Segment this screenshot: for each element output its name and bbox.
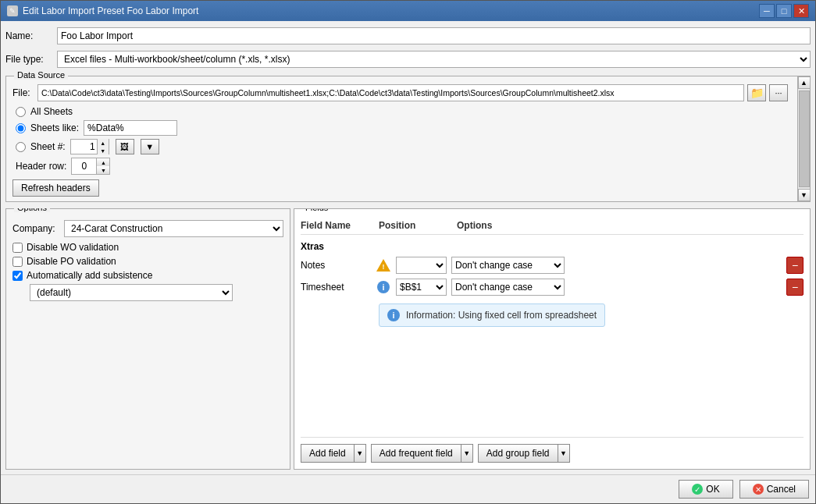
title-bar: ✎ Edit Labor Import Preset Foo Labor Imp… xyxy=(1,1,815,21)
subsistence-select[interactable]: (default) xyxy=(30,284,233,301)
add-field-button[interactable]: Add field xyxy=(301,444,354,463)
ok-icon: ✓ xyxy=(692,484,703,495)
col-options: Options xyxy=(457,220,804,231)
filetype-row: File type: Excel files - Multi-workbook/… xyxy=(5,49,811,69)
sheet-num-row: Sheet #: 1 ▲ ▼ 🖼 ▼ xyxy=(12,139,788,154)
add-group-dropdown-button[interactable]: ▼ xyxy=(558,444,570,463)
window-title: Edit Labor Import Preset Foo Labor Impor… xyxy=(23,5,198,16)
scroll-up-arrow[interactable]: ▲ xyxy=(798,76,811,89)
close-button[interactable]: ✕ xyxy=(793,4,809,18)
title-controls: ─ □ ✕ xyxy=(759,4,809,18)
sheet-num-spinbox-buttons: ▲ ▼ xyxy=(97,139,109,154)
info-message-box: i Information: Using fixed cell from spr… xyxy=(379,303,605,327)
main-window: ✎ Edit Labor Import Preset Foo Labor Imp… xyxy=(0,0,816,504)
sheet-num-value: 1 xyxy=(71,141,97,152)
title-bar-left: ✎ Edit Labor Import Preset Foo Labor Imp… xyxy=(7,5,198,16)
browse-more-button[interactable]: ··· xyxy=(769,84,788,101)
header-row-spinbox-buttons: ▲ ▼ xyxy=(96,158,109,174)
options-title: Options xyxy=(14,208,50,212)
scroll-down-arrow[interactable]: ▼ xyxy=(798,189,811,201)
timesheet-field-row: Timesheet i $B$1 Don't change case Upper… xyxy=(301,279,804,296)
all-sheets-radio[interactable] xyxy=(16,107,26,117)
auto-subsistence-checkbox[interactable] xyxy=(12,271,23,281)
subsistence-select-row: (default) xyxy=(12,284,283,301)
sheets-like-radio[interactable] xyxy=(16,123,26,133)
fields-panel: Fields Field Name Position Options Xtras… xyxy=(294,208,811,470)
minimize-button[interactable]: ─ xyxy=(759,4,775,18)
header-row-up-button[interactable]: ▲ xyxy=(97,158,109,166)
scroll-thumb[interactable] xyxy=(799,91,810,187)
sheets-like-label: Sheets like: xyxy=(30,122,79,133)
timesheet-info-icon: i xyxy=(376,281,391,293)
disable-po-checkbox[interactable] xyxy=(12,257,23,267)
col-position: Position xyxy=(379,220,457,231)
datasource-scrollbar[interactable]: ▲ ▼ xyxy=(797,76,810,201)
app-icon: ✎ xyxy=(7,5,18,16)
all-sheets-row: All Sheets xyxy=(12,106,788,117)
window-body: Name: File type: Excel files - Multi-wor… xyxy=(1,21,815,474)
all-sheets-label: All Sheets xyxy=(30,106,73,117)
header-row-section: Header row: 0 ▲ ▼ xyxy=(12,158,788,175)
auto-subsistence-label: Automatically add subsistence xyxy=(27,270,152,281)
file-path-display: C:\Data\Code\ct3\data\Testing\Imports\So… xyxy=(37,84,744,101)
browse-folder-button[interactable]: 📁 xyxy=(747,84,766,101)
sheet-num-down-button[interactable]: ▼ xyxy=(98,147,109,154)
refresh-headers-button[interactable]: Refresh headers xyxy=(12,179,99,197)
file-label: File: xyxy=(12,87,34,98)
filetype-select[interactable]: Excel files - Multi-workbook/sheet/colum… xyxy=(57,51,811,68)
datasource-inner: File: C:\Data\Code\ct3\data\Testing\Impo… xyxy=(12,84,804,197)
add-field-dropdown-button[interactable]: ▼ xyxy=(354,444,366,463)
ok-button[interactable]: ✓ OK xyxy=(679,480,732,499)
notes-position-select[interactable] xyxy=(396,257,447,274)
sheet-image-button[interactable]: 🖼 xyxy=(116,139,134,154)
header-row-value: 0 xyxy=(72,161,96,172)
options-panel: Options Company: 24-Carat Construction D… xyxy=(5,208,290,470)
notes-field-row: Notes ! Don't change case Uppercase Lowe… xyxy=(301,257,804,274)
add-frequent-button[interactable]: Add frequent field xyxy=(371,444,461,463)
file-row: File: C:\Data\Code\ct3\data\Testing\Impo… xyxy=(12,84,788,101)
col-field-name: Field Name xyxy=(301,220,379,231)
company-select[interactable]: 24-Carat Construction xyxy=(64,220,283,237)
header-row-label: Header row: xyxy=(16,161,66,172)
header-row-spinbox: 0 ▲ ▼ xyxy=(71,158,110,175)
fields-footer: Add field ▼ Add frequent field ▼ Add gro… xyxy=(301,437,804,463)
disable-po-row: Disable PO validation xyxy=(12,256,283,267)
add-frequent-dropdown-button[interactable]: ▼ xyxy=(461,444,473,463)
sheets-like-input[interactable] xyxy=(84,120,177,136)
timesheet-position-select[interactable]: $B$1 xyxy=(396,279,447,296)
cancel-label: Cancel xyxy=(767,484,796,495)
ok-label: OK xyxy=(706,484,719,495)
add-group-group: Add group field ▼ xyxy=(478,444,570,463)
maximize-button[interactable]: □ xyxy=(776,4,792,18)
info-box-icon: i xyxy=(387,309,400,321)
name-row: Name: xyxy=(5,26,811,46)
fields-title: Fields xyxy=(302,208,331,212)
datasource-panel: Data Source File: C:\Data\Code\ct3\data\… xyxy=(5,76,811,202)
cancel-button[interactable]: ✕ Cancel xyxy=(739,480,809,499)
fields-header: Field Name Position Options xyxy=(301,220,804,235)
sheet-dropdown-button[interactable]: ▼ xyxy=(141,139,159,154)
notes-remove-button[interactable]: − xyxy=(786,257,804,274)
disable-wo-label: Disable WO validation xyxy=(27,242,119,253)
add-group-button[interactable]: Add group field xyxy=(478,444,558,463)
notes-options-select[interactable]: Don't change case Uppercase Lowercase xyxy=(451,257,565,274)
add-frequent-group: Add frequent field ▼ xyxy=(371,444,473,463)
sheet-num-label: Sheet #: xyxy=(30,141,66,152)
cancel-icon: ✕ xyxy=(753,484,764,495)
xtras-label: Xtras xyxy=(301,241,804,252)
disable-wo-checkbox[interactable] xyxy=(12,243,23,253)
info-box-text: Information: Using fixed cell from sprea… xyxy=(406,310,597,321)
sheet-num-radio[interactable] xyxy=(16,142,26,152)
window-footer: ✓ OK ✕ Cancel xyxy=(1,474,815,503)
disable-po-label: Disable PO validation xyxy=(27,256,116,267)
timesheet-options-select[interactable]: Don't change case Uppercase Lowercase xyxy=(451,279,565,296)
sheet-num-up-button[interactable]: ▲ xyxy=(98,139,109,147)
sheet-num-spinbox: 1 ▲ ▼ xyxy=(70,139,109,154)
company-label: Company: xyxy=(12,223,59,234)
bottom-area: Options Company: 24-Carat Construction D… xyxy=(5,208,811,470)
header-row-down-button[interactable]: ▼ xyxy=(97,166,109,174)
datasource-title: Data Source xyxy=(14,70,68,80)
name-input[interactable] xyxy=(57,27,811,44)
add-field-group: Add field ▼ xyxy=(301,444,366,463)
timesheet-remove-button[interactable]: − xyxy=(786,279,804,296)
